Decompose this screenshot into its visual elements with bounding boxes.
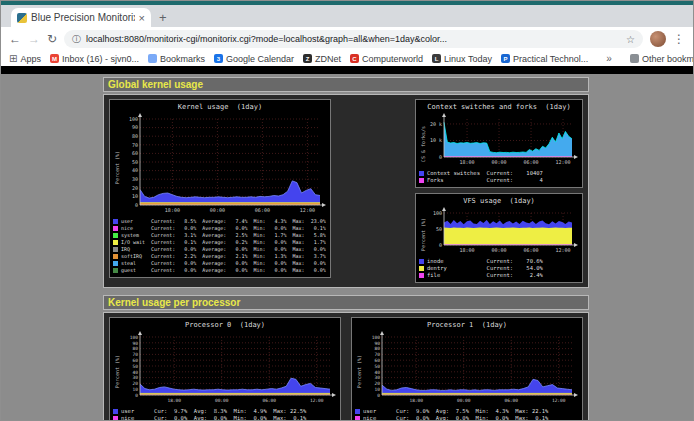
svg-text:10: 10 [132,193,138,199]
bookmark-star-icon[interactable]: ☆ [626,34,635,45]
svg-text:40: 40 [133,370,139,375]
svg-text:50: 50 [375,364,381,369]
section-body: Processor 0 (1day)Percent (%)01020304050… [103,312,589,420]
svg-text:40: 40 [132,167,138,173]
page-info-icon[interactable]: ⓘ [72,33,81,46]
svg-text:12:00: 12:00 [310,398,324,403]
bookmark-item[interactable]: LLinux Today [432,54,492,64]
legend-row: Forks Current: 4 [419,177,579,184]
practical-technology-icon: P [501,54,510,63]
address-url: localhost:8080/monitorix-cgi/monitorix.c… [86,34,621,44]
svg-text:0: 0 [377,393,380,398]
chart-area: Percent (%)010203040506070809010018:0000… [113,330,337,406]
apps-shortcut[interactable]: ⊞ Apps [9,54,41,64]
bookmarks-folder-icon [148,54,157,63]
chart-area: CS & forks/s010 k20 k18:0000:0006:0012:0… [419,112,579,168]
profile-avatar[interactable] [650,31,666,47]
bookmarks-overflow-chevron[interactable]: » [606,53,612,64]
section-body: Kernel usage (1day)Percent (%)0102030405… [103,94,589,288]
graph-context-switches[interactable]: Context switches and forks (1day)CS & fo… [415,99,583,188]
svg-text:60: 60 [132,150,138,156]
legend-color-swatch [419,178,424,183]
address-bar[interactable]: ⓘ localhost:8080/monitorix-cgi/monitorix… [64,30,643,48]
chart-area: Percent (%)010203040506070809010018:0000… [113,112,327,216]
tab-strip: Blue Precision Monitorix × + [1,5,693,27]
svg-text:30: 30 [375,375,381,380]
other-bookmarks[interactable]: Other bookmarks [630,54,693,64]
legend-text: system Current: 3.1% Average: 2.5% Min: … [121,232,326,239]
legend-row: I/O wait Current: 0.1% Average: 0.2% Min… [113,239,327,246]
legend-text: I/O wait Current: 0.1% Average: 0.2% Min… [121,239,326,246]
legend-row: nice Cur: 0.0% Avg: 0.0% Min: 0.0% Max: … [113,415,337,420]
svg-text:60: 60 [133,358,139,363]
legend-row: guest Current: 0.0% Average: 0.0% Min: 0… [113,267,327,274]
svg-text:12:00: 12:00 [556,247,571,253]
browser-window: Blue Precision Monitorix × + ← → ↻ ⓘ loc… [0,0,694,421]
svg-text:50: 50 [436,226,442,232]
legend-text: nice Cur: 0.0% Avg: 0.0% Min: 0.0% Max: … [363,415,548,420]
chrome-menu-icon[interactable]: ⋮ [673,32,685,46]
reload-icon[interactable]: ↻ [47,32,57,46]
svg-text:0: 0 [135,393,138,398]
browser-tab[interactable]: Blue Precision Monitorix × [11,8,151,27]
svg-text:70: 70 [133,352,139,357]
bookmark-item[interactable]: PPractical Technol... [501,54,588,64]
svg-text:100: 100 [130,335,138,340]
section-title: Kernel usage per processor [103,295,589,310]
graph-processor-0[interactable]: Processor 0 (1day)Percent (%)01020304050… [109,317,341,420]
bookmark-item[interactable]: CComputerworld [350,54,423,64]
legend-color-swatch [419,266,424,271]
svg-text:100: 100 [372,335,380,340]
legend-row: user Current: 8.5% Average: 7.4% Min: 4.… [113,218,327,225]
section-kernel-per-processor: Kernel usage per processor Processor 0 (… [103,295,589,420]
bookmark-item[interactable]: MInbox (16) - sjvn0... [50,54,139,64]
bookmark-label: Bookmarks [160,54,205,64]
navigation-bar: ← → ↻ ⓘ localhost:8080/monitorix-cgi/mon… [1,27,693,51]
svg-text:60: 60 [375,358,381,363]
graph-kernel-usage[interactable]: Kernel usage (1day)Percent (%)0102030405… [109,99,331,278]
svg-text:00:00: 00:00 [210,207,225,213]
svg-text:90: 90 [133,341,139,346]
apps-grid-icon: ⊞ [9,54,17,64]
svg-text:00:00: 00:00 [492,159,507,165]
legend-text: user Cur: 9.7% Avg: 8.3% Min: 4.9% Max: … [121,408,306,415]
bookmark-label: Inbox (16) - sjvn0... [62,54,139,64]
back-icon[interactable]: ← [9,32,21,46]
legend-color-swatch [113,409,118,414]
bookmarks-bar: ⊞ Apps MInbox (16) - sjvn0...Bookmarks3G… [1,51,693,66]
legend-color-swatch [113,261,118,266]
bookmark-label: Practical Technol... [513,54,588,64]
legend-color-swatch [419,259,424,264]
legend-text: steal Current: 0.0% Average: 0.0% Min: 0… [121,260,326,267]
bookmark-label: Google Calendar [226,54,294,64]
legend-row: file Current: 2.4% [419,272,579,279]
legend-color-swatch [113,226,118,231]
svg-text:06:00: 06:00 [524,159,539,165]
legend-text: Context switches Current: 10407 [427,170,543,177]
legend-color-swatch [113,416,118,420]
bookmark-label: Computerworld [362,54,423,64]
graph-legend: inode Current: 70.6%dentry Current: 54.0… [419,258,579,279]
new-tab-button[interactable]: + [151,10,175,27]
tab-close-icon[interactable]: × [139,12,145,24]
graph-processor-1[interactable]: Processor 1 (1day)Percent (%)01020304050… [351,317,583,420]
svg-text:50: 50 [133,364,139,369]
google-calendar-icon: 3 [214,54,223,63]
legend-text: user Cur: 9.0% Avg: 7.5% Min: 4.3% Max: … [363,408,548,415]
page-content: Global kernel usage Kernel usage (1day)P… [1,66,693,420]
svg-text:100: 100 [433,210,442,216]
legend-color-swatch [113,240,118,245]
svg-text:70: 70 [375,352,381,357]
y-axis-label: CS & forks/s [419,112,427,168]
bookmark-item[interactable]: ZZDNet [303,54,341,64]
svg-text:20: 20 [375,381,381,386]
bookmark-item[interactable]: 3Google Calendar [214,54,294,64]
svg-text:12:00: 12:00 [556,159,571,165]
svg-text:0: 0 [439,154,442,160]
legend-text: inode Current: 70.6% [427,258,543,265]
graph-vfs-usage[interactable]: VFS usage (1day)Percent (%)05010018:0000… [415,193,583,283]
bookmark-item[interactable]: Bookmarks [148,54,205,64]
legend-text: user Current: 8.5% Average: 7.4% Min: 4.… [121,218,326,225]
forward-icon[interactable]: → [28,32,40,46]
chart-image: 010203040506070809010018:0000:0006:0012:… [121,112,327,216]
